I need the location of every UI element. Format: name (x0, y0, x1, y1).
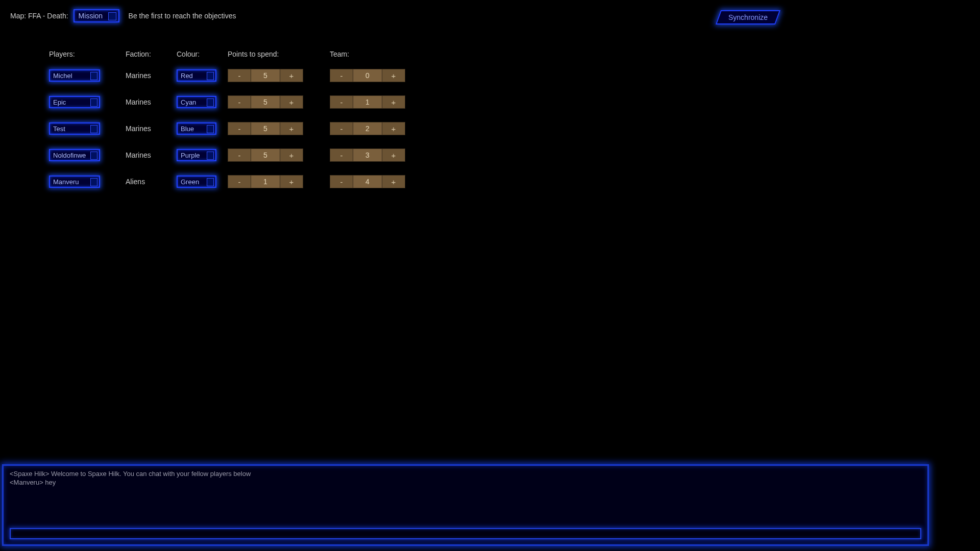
points-plus-button[interactable]: + (280, 122, 303, 135)
points-minus-button[interactable]: - (228, 148, 251, 162)
points-value: 5 (251, 122, 280, 135)
player-name-select[interactable]: Epic (49, 96, 100, 108)
player-row: Noldofinwe Marines Purple - 5 + - 3 + (49, 148, 411, 162)
player-colour-value: Green (181, 178, 199, 186)
player-faction: Marines (126, 71, 151, 80)
team-plus-button[interactable]: + (382, 95, 405, 109)
header-faction: Faction: (126, 50, 151, 58)
player-name-select[interactable]: Test (49, 122, 100, 135)
team-value: 4 (353, 175, 382, 188)
player-row: Michel Marines Red - 5 + - 0 + (49, 68, 411, 83)
player-colour-select[interactable]: Green (177, 176, 216, 188)
points-plus-button[interactable]: + (280, 148, 303, 162)
points-minus-button[interactable]: - (228, 122, 251, 135)
header-colour: Colour: (177, 50, 200, 58)
team-value: 1 (353, 95, 382, 109)
player-name-value: Test (53, 125, 65, 133)
team-plus-button[interactable]: + (382, 175, 405, 188)
chat-log: <Spaxe Hilk> Welcome to Spaxe Hilk. You … (10, 470, 921, 528)
chat-input[interactable] (10, 528, 921, 539)
chat-line: <Spaxe Hilk> Welcome to Spaxe Hilk. You … (10, 470, 921, 479)
player-colour-select[interactable]: Cyan (177, 96, 216, 108)
mission-select-value: Mission (79, 12, 103, 20)
team-stepper: - 1 + (330, 95, 411, 109)
player-name-value: Noldofinwe (53, 152, 86, 159)
points-value: 1 (251, 175, 280, 188)
team-minus-button[interactable]: - (330, 122, 353, 135)
points-plus-button[interactable]: + (280, 175, 303, 188)
player-colour-select[interactable]: Red (177, 69, 216, 82)
points-stepper: - 1 + (228, 175, 330, 188)
mission-select[interactable]: Mission (74, 9, 119, 22)
player-name-select[interactable]: Michel (49, 69, 100, 82)
team-stepper: - 3 + (330, 148, 411, 162)
player-row: Test Marines Blue - 5 + - 2 + (49, 121, 411, 136)
points-stepper: - 5 + (228, 148, 330, 162)
player-name-select[interactable]: Manveru (49, 176, 100, 188)
team-stepper: - 2 + (330, 122, 411, 135)
player-colour-select[interactable]: Blue (177, 122, 216, 135)
column-headers: Players: Faction: Colour: Points to spen… (49, 50, 411, 58)
header-team: Team: (330, 50, 349, 58)
player-name-value: Epic (53, 98, 66, 106)
points-stepper: - 5 + (228, 95, 330, 109)
player-faction: Aliens (126, 178, 145, 186)
player-row: Epic Marines Cyan - 5 + - 1 + (49, 95, 411, 109)
points-minus-button[interactable]: - (228, 69, 251, 82)
points-minus-button[interactable]: - (228, 175, 251, 188)
player-name-select[interactable]: Noldofinwe (49, 149, 100, 161)
map-label: Map: FFA - Death: (10, 12, 68, 20)
points-plus-button[interactable]: + (280, 95, 303, 109)
team-value: 0 (353, 69, 382, 82)
team-plus-button[interactable]: + (382, 122, 405, 135)
mission-description: Be the first to reach the objectives (129, 12, 236, 20)
player-faction: Marines (126, 151, 151, 159)
points-plus-button[interactable]: + (280, 69, 303, 82)
team-plus-button[interactable]: + (382, 148, 405, 162)
points-value: 5 (251, 95, 280, 109)
team-stepper: - 4 + (330, 175, 411, 188)
player-name-value: Michel (53, 72, 72, 80)
player-name-value: Manveru (53, 178, 79, 186)
team-stepper: - 0 + (330, 69, 411, 82)
points-value: 5 (251, 148, 280, 162)
team-minus-button[interactable]: - (330, 175, 353, 188)
points-stepper: - 5 + (228, 122, 330, 135)
player-faction: Marines (126, 98, 151, 106)
header-points: Points to spend: (228, 50, 279, 58)
chat-panel: <Spaxe Hilk> Welcome to Spaxe Hilk. You … (2, 464, 929, 546)
player-faction: Marines (126, 124, 151, 133)
points-value: 5 (251, 69, 280, 82)
team-value: 2 (353, 122, 382, 135)
synchronize-label: Synchronize (728, 13, 768, 21)
chat-line: <Manveru> hey (10, 479, 921, 487)
player-colour-value: Red (181, 72, 193, 80)
player-row: Manveru Aliens Green - 1 + - 4 + (49, 174, 411, 189)
team-value: 3 (353, 148, 382, 162)
team-plus-button[interactable]: + (382, 69, 405, 82)
team-minus-button[interactable]: - (330, 95, 353, 109)
points-stepper: - 5 + (228, 69, 330, 82)
team-minus-button[interactable]: - (330, 69, 353, 82)
player-colour-value: Blue (181, 125, 194, 133)
players-area: Players: Faction: Colour: Points to spen… (49, 50, 411, 201)
player-colour-select[interactable]: Purple (177, 149, 216, 161)
top-bar: Map: FFA - Death: Mission Be the first t… (10, 9, 236, 22)
player-colour-value: Cyan (181, 98, 196, 106)
synchronize-button[interactable]: Synchronize (716, 10, 780, 24)
header-players: Players: (49, 50, 75, 58)
points-minus-button[interactable]: - (228, 95, 251, 109)
player-colour-value: Purple (181, 152, 200, 159)
team-minus-button[interactable]: - (330, 148, 353, 162)
